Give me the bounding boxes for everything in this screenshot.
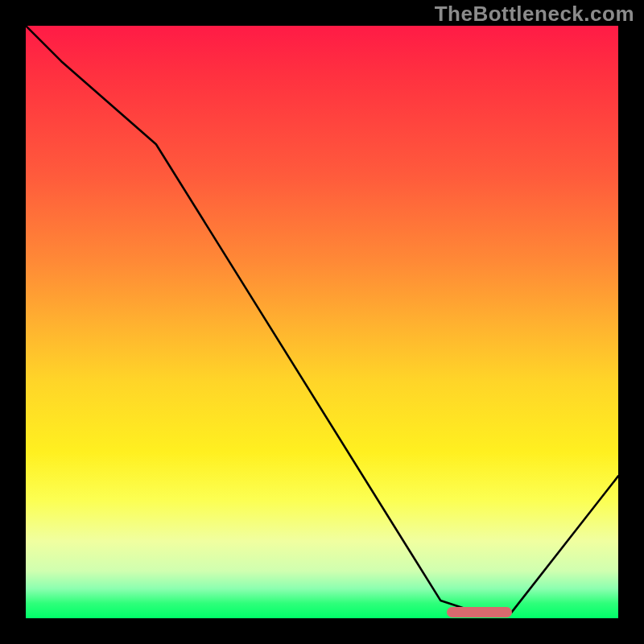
optimal-marker <box>447 607 512 617</box>
bottleneck-curve <box>26 26 618 618</box>
bottleneck-curve-path <box>26 26 618 613</box>
chart-container: TheBottleneck.com <box>0 0 644 644</box>
plot-area <box>26 26 618 618</box>
watermark-text: TheBottleneck.com <box>435 2 634 27</box>
